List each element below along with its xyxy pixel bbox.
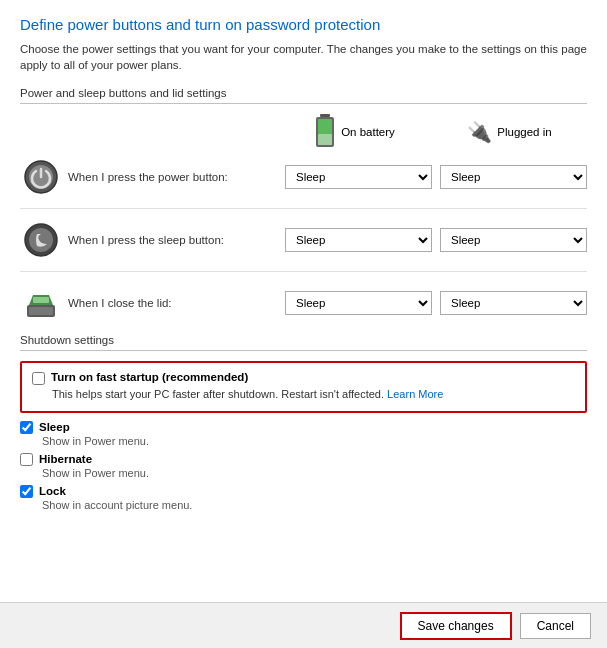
pluggedin-label: Plugged in bbox=[497, 126, 551, 138]
battery-icon bbox=[314, 114, 336, 150]
power-button-plugged-select[interactable]: Sleep Do nothing Hibernate Shut down Tur… bbox=[440, 165, 587, 189]
sleep-button-plugged-select[interactable]: Sleep Do nothing Hibernate Shut down Tur… bbox=[440, 228, 587, 252]
save-button[interactable]: Save changes bbox=[400, 612, 512, 640]
pluggedin-column-header: 🔌 Plugged in bbox=[432, 114, 587, 150]
hibernate-option-block: Hibernate Show in Power menu. bbox=[20, 453, 587, 479]
settings-page: Define power buttons and turn on passwor… bbox=[0, 0, 607, 648]
section1-divider bbox=[20, 103, 587, 104]
lid-row: When I close the lid: Sleep Do nothing H… bbox=[20, 282, 587, 324]
settings-header: On battery 🔌 Plugged in bbox=[20, 114, 587, 150]
fast-startup-checkbox[interactable] bbox=[32, 372, 45, 385]
sleep-option-label[interactable]: Sleep bbox=[39, 421, 70, 433]
page-title: Define power buttons and turn on passwor… bbox=[20, 16, 587, 33]
svg-rect-10 bbox=[29, 307, 53, 315]
sleep-button-battery-select[interactable]: Sleep Do nothing Hibernate Shut down Tur… bbox=[285, 228, 432, 252]
power-button-selects: Sleep Do nothing Hibernate Shut down Tur… bbox=[285, 165, 587, 189]
sleep-option-sub: Show in Power menu. bbox=[42, 435, 587, 447]
fast-startup-row: Turn on fast startup (recommended) bbox=[32, 371, 575, 385]
hibernate-option-sub: Show in Power menu. bbox=[42, 467, 587, 479]
svg-point-7 bbox=[29, 228, 53, 252]
lock-option-label[interactable]: Lock bbox=[39, 485, 66, 497]
fast-startup-box: Turn on fast startup (recommended) This … bbox=[20, 361, 587, 412]
section2-label: Shutdown settings bbox=[20, 334, 587, 346]
power-button-icon bbox=[20, 156, 62, 198]
svg-rect-9 bbox=[33, 297, 49, 303]
fast-startup-description: This helps start your PC faster after sh… bbox=[52, 387, 575, 402]
battery-column-header: On battery bbox=[277, 114, 432, 150]
power-button-battery-select[interactable]: Sleep Do nothing Hibernate Shut down Tur… bbox=[285, 165, 432, 189]
svg-rect-0 bbox=[320, 114, 330, 117]
lid-selects: Sleep Do nothing Hibernate Shut down Tur… bbox=[285, 291, 587, 315]
sleep-button-icon bbox=[20, 219, 62, 261]
page-description: Choose the power settings that you want … bbox=[20, 41, 587, 73]
lid-icon bbox=[20, 282, 62, 324]
learn-more-link[interactable]: Learn More bbox=[387, 388, 443, 400]
hibernate-option-label[interactable]: Hibernate bbox=[39, 453, 92, 465]
plug-icon: 🔌 bbox=[467, 120, 492, 144]
hibernate-checkbox[interactable] bbox=[20, 453, 33, 466]
battery-label: On battery bbox=[341, 126, 395, 138]
section2-divider bbox=[20, 350, 587, 351]
sleep-button-row: When I press the sleep button: Sleep Do … bbox=[20, 219, 587, 272]
fast-startup-label[interactable]: Turn on fast startup (recommended) bbox=[51, 371, 248, 383]
sleep-checkbox[interactable] bbox=[20, 421, 33, 434]
lid-label: When I close the lid: bbox=[62, 297, 285, 309]
bottom-bar: Save changes Cancel bbox=[0, 602, 607, 648]
sleep-button-selects: Sleep Do nothing Hibernate Shut down Tur… bbox=[285, 228, 587, 252]
cancel-button[interactable]: Cancel bbox=[520, 613, 591, 639]
shutdown-section: Shutdown settings Turn on fast startup (… bbox=[20, 334, 587, 510]
lid-battery-select[interactable]: Sleep Do nothing Hibernate Shut down Tur… bbox=[285, 291, 432, 315]
power-button-row: When I press the power button: Sleep Do … bbox=[20, 156, 587, 209]
section1-label: Power and sleep buttons and lid settings bbox=[20, 87, 587, 99]
lock-option-sub: Show in account picture menu. bbox=[42, 499, 587, 511]
svg-rect-3 bbox=[318, 134, 332, 145]
sleep-option-block: Sleep Show in Power menu. bbox=[20, 421, 587, 447]
power-button-label: When I press the power button: bbox=[62, 171, 285, 183]
sleep-button-label: When I press the sleep button: bbox=[62, 234, 285, 246]
lock-option-block: Lock Show in account picture menu. bbox=[20, 485, 587, 511]
lid-plugged-select[interactable]: Sleep Do nothing Hibernate Shut down Tur… bbox=[440, 291, 587, 315]
lock-checkbox[interactable] bbox=[20, 485, 33, 498]
